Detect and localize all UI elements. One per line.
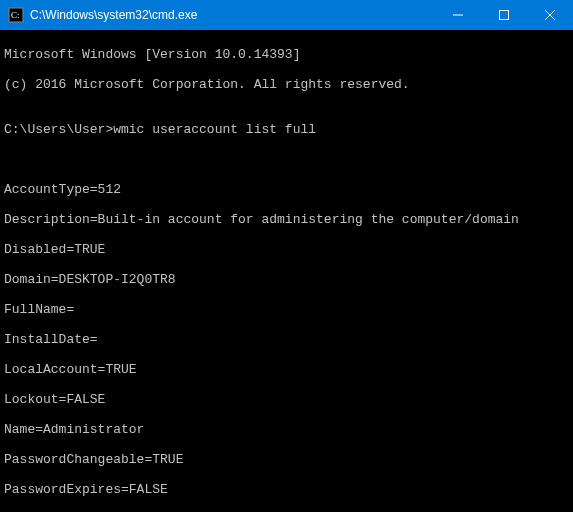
output-line: Description=Built-in account for adminis… bbox=[4, 212, 569, 227]
window-titlebar: C: C:\Windows\system32\cmd.exe bbox=[0, 0, 573, 30]
window-controls bbox=[435, 0, 573, 30]
banner-line: (c) 2016 Microsoft Corporation. All righ… bbox=[4, 77, 569, 92]
output-line: PasswordChangeable=TRUE bbox=[4, 452, 569, 467]
close-button[interactable] bbox=[527, 0, 573, 30]
output-line: AccountType=512 bbox=[4, 182, 569, 197]
output-line: Disabled=TRUE bbox=[4, 242, 569, 257]
output-line: PasswordExpires=FALSE bbox=[4, 482, 569, 497]
maximize-button[interactable] bbox=[481, 0, 527, 30]
prompt-line: C:\Users\User>wmic useraccount list full bbox=[4, 122, 569, 137]
output-line: Name=Administrator bbox=[4, 422, 569, 437]
output-line: Lockout=FALSE bbox=[4, 392, 569, 407]
minimize-button[interactable] bbox=[435, 0, 481, 30]
close-icon bbox=[545, 10, 555, 20]
output-line: InstallDate= bbox=[4, 332, 569, 347]
svg-text:C:: C: bbox=[11, 10, 20, 20]
maximize-icon bbox=[499, 10, 509, 20]
banner-line: Microsoft Windows [Version 10.0.14393] bbox=[4, 47, 569, 62]
minimize-icon bbox=[453, 10, 463, 20]
window-title: C:\Windows\system32\cmd.exe bbox=[30, 8, 435, 22]
svg-rect-3 bbox=[500, 11, 509, 20]
output-line: FullName= bbox=[4, 302, 569, 317]
output-line: LocalAccount=TRUE bbox=[4, 362, 569, 377]
terminal-output[interactable]: Microsoft Windows [Version 10.0.14393] (… bbox=[0, 30, 573, 512]
output-line: Domain=DESKTOP-I2Q0TR8 bbox=[4, 272, 569, 287]
cmd-icon: C: bbox=[8, 7, 24, 23]
